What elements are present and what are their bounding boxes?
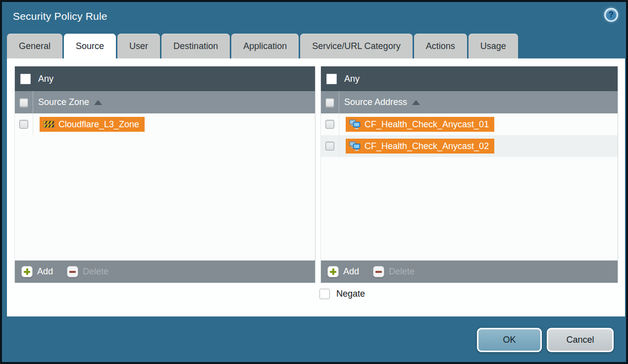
source-address-any-label: Any (344, 74, 360, 84)
address-icon (349, 119, 361, 129)
cancel-button[interactable]: Cancel (547, 328, 614, 352)
negate-label: Negate (336, 289, 365, 299)
source-zone-selectall-checkbox[interactable] (19, 98, 28, 107)
security-policy-rule-dialog: Security Policy Rule ? General Source Us… (0, 0, 628, 364)
negate-checkbox[interactable] (319, 289, 330, 299)
source-zone-any-checkbox[interactable] (20, 74, 31, 84)
row-checkbox[interactable] (325, 120, 334, 129)
row-checkbox[interactable] (325, 142, 334, 151)
source-zone-column-title: Source Zone (38, 97, 89, 107)
tab-destination[interactable]: Destination (161, 34, 230, 58)
source-address-toolbar: Add Delete (321, 260, 618, 283)
negate-row: Negate (319, 289, 365, 299)
table-row[interactable]: CF_Health_Check_Anycast_01 (321, 113, 618, 135)
source-address-any-checkbox[interactable] (326, 74, 337, 84)
source-zone-chip[interactable]: Cloudflare_L3_Zone (40, 117, 145, 132)
source-zone-list: Cloudflare_L3_Zone (15, 113, 315, 260)
tab-bar: General Source User Destination Applicat… (7, 34, 518, 58)
source-address-chip[interactable]: CF_Health_Check_Anycast_02 (346, 139, 494, 154)
add-address-button[interactable]: Add (327, 266, 359, 277)
source-address-any-header: Any (321, 66, 618, 91)
add-icon (21, 266, 33, 277)
help-icon[interactable]: ? (604, 8, 618, 22)
source-zone-any-label: Any (38, 74, 53, 84)
delete-zone-button[interactable]: Delete (67, 266, 108, 277)
tab-general[interactable]: General (7, 34, 62, 58)
table-row[interactable]: Cloudflare_L3_Zone (15, 113, 315, 135)
source-zone-toolbar: Add Delete (15, 260, 315, 283)
delete-icon (67, 266, 78, 277)
zone-icon (43, 120, 54, 129)
source-address-panel: Any Source Address (320, 66, 618, 283)
tab-application[interactable]: Application (231, 34, 299, 58)
tab-service-url-category[interactable]: Service/URL Category (300, 34, 412, 58)
source-zone-column-header[interactable]: Source Zone (15, 91, 315, 113)
sort-asc-icon (94, 100, 102, 105)
ok-button[interactable]: OK (477, 328, 542, 352)
source-address-chip[interactable]: CF_Health_Check_Anycast_01 (346, 117, 494, 132)
add-icon (327, 266, 339, 277)
source-tab-content: Any Source Zone (7, 58, 625, 316)
address-name: CF_Health_Check_Anycast_01 (365, 119, 489, 130)
source-zone-any-header: Any (15, 66, 315, 91)
zone-name: Cloudflare_L3_Zone (58, 119, 139, 130)
title-bar: Security Policy Rule ? (2, 2, 626, 33)
source-zone-panel: Any Source Zone (14, 66, 315, 283)
tab-actions[interactable]: Actions (414, 34, 467, 58)
add-zone-button[interactable]: Add (21, 266, 53, 277)
delete-address-button[interactable]: Delete (373, 266, 415, 277)
source-address-list: CF_Health_Check_Anycast_01 (321, 113, 618, 260)
tab-usage[interactable]: Usage (469, 34, 518, 58)
sort-asc-icon (412, 100, 420, 105)
address-icon (349, 141, 361, 151)
tab-source[interactable]: Source (64, 34, 116, 58)
tab-user[interactable]: User (117, 34, 160, 58)
source-address-selectall-checkbox[interactable] (325, 98, 334, 107)
source-address-column-title: Source Address (344, 97, 407, 107)
delete-icon (373, 266, 384, 277)
table-row[interactable]: CF_Health_Check_Anycast_02 (321, 135, 618, 157)
page-title: Security Policy Rule (13, 10, 107, 22)
source-address-column-header[interactable]: Source Address (321, 91, 618, 113)
address-name: CF_Health_Check_Anycast_02 (365, 141, 489, 152)
row-checkbox[interactable] (19, 120, 28, 129)
